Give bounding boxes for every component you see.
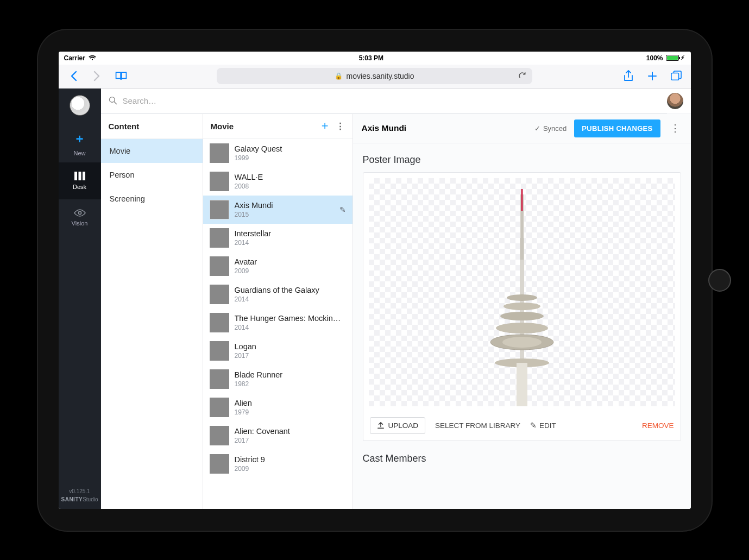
remove-image-button[interactable]: REMOVE [642,421,674,430]
movie-thumb [210,369,229,389]
reload-button[interactable] [518,72,527,80]
device-home-button[interactable] [708,269,731,292]
movie-list-item[interactable]: Guardians of the Galaxy2014 [203,280,353,309]
pencil-icon: ✎ [339,205,346,214]
search-input[interactable] [123,96,659,105]
movie-list-item[interactable]: Blade Runner1982 [203,365,353,393]
movie-year: 2014 [235,239,346,247]
svg-point-12 [502,337,542,348]
brand-rest: Studio [83,496,98,502]
movie-list-item[interactable]: Galaxy Quest1999 [203,139,353,167]
movie-list-item[interactable]: Interstellar2014 [203,224,353,252]
side-rail: + New Desk Vision v0.125.1 [59,89,101,509]
poster-section-title: Poster Image [363,154,681,166]
forward-button[interactable] [88,67,106,85]
user-avatar[interactable] [667,93,683,109]
movie-list-item[interactable]: Alien: Covenant2017 [203,421,353,450]
movie-year: 2009 [235,465,346,473]
movie-list-item[interactable]: Alien1979 [203,393,353,421]
rail-footer: v0.125.1 SANITYStudio [61,487,98,509]
search-icon [109,96,117,105]
movie-thumb [210,200,229,219]
svg-point-9 [500,312,544,320]
select-from-library-button[interactable]: SELECT FROM LIBRARY [435,421,520,430]
movie-thumb [210,256,229,276]
share-button[interactable] [619,67,638,85]
eye-icon [74,209,86,217]
svg-point-8 [503,303,540,310]
check-icon: ✓ [534,124,540,133]
svg-rect-2 [78,172,81,180]
publish-button[interactable]: PUBLISH CHANGES [574,119,660,137]
rail-label: Desk [73,184,86,190]
wifi-icon [89,55,96,61]
movie-thumb [210,285,229,304]
rail-desk[interactable]: Desk [59,162,101,199]
movie-list-item[interactable]: Logan2017 [203,337,353,365]
rail-vision[interactable]: Vision [59,199,101,236]
back-button[interactable] [64,67,83,85]
lock-icon: 🔒 [335,72,343,80]
detail-menu-button[interactable]: ⋮ [668,122,682,134]
carrier-label: Carrier [64,54,85,62]
movie-title: District 9 [235,455,346,464]
movie-year: 1979 [235,408,346,416]
battery-icon: ⚡︎ [666,54,685,61]
movie-list-item[interactable]: The Hunger Games: Mockin…2014 [203,309,353,337]
rail-new[interactable]: + New [59,125,101,162]
column-title: Movie [211,122,234,131]
movie-year: 2017 [235,437,346,444]
content-type-item[interactable]: Movie [101,139,203,163]
cast-section-title: Cast Members [363,453,681,464]
detail-title: Axis Mundi [362,123,527,133]
content-types-column: Content MoviePersonScreening [101,114,203,509]
upload-label: UPLOAD [388,421,419,430]
sync-status: ✓ Synced [534,124,567,133]
movie-thumb [210,341,229,361]
svg-point-5 [109,97,115,103]
movie-thumb [210,426,229,445]
movie-year: 2017 [235,352,346,360]
movie-year: 1982 [235,380,346,388]
app-logo[interactable] [70,95,90,116]
movies-menu-button[interactable]: ⋮ [336,121,345,131]
new-tab-button[interactable] [643,67,662,85]
tabs-button[interactable] [667,67,685,85]
bookmarks-button[interactable] [112,67,130,85]
movie-thumb [210,228,229,248]
svg-rect-0 [671,73,678,80]
battery-percent: 100% [646,54,663,62]
movie-year: 2009 [235,267,346,275]
movie-title: Avatar [235,257,346,266]
clock: 5:03 PM [359,54,383,62]
movie-list-item[interactable]: District 92009 [203,450,353,478]
rail-label: Vision [72,220,88,226]
svg-rect-3 [83,172,85,180]
movie-list-item[interactable]: WALL·E2008 [203,167,353,196]
svg-rect-14 [517,363,527,406]
svg-point-10 [496,323,548,334]
movie-list-item[interactable]: Avatar2009 [203,252,353,280]
address-bar[interactable]: 🔒 movies.sanity.studio [217,68,532,84]
svg-point-4 [78,211,81,214]
column-title: Content [109,122,140,131]
movie-title: WALL·E [235,173,346,181]
content-type-item[interactable]: Screening [101,187,203,211]
movie-title: The Hunger Games: Mockin… [235,314,346,323]
movie-thumb [210,143,229,163]
detail-column: Axis Mundi ✓ Synced PUBLISH CHANGES ⋮ Po… [353,114,691,509]
movie-year: 2014 [235,295,346,303]
movie-title: Blade Runner [235,370,346,379]
movie-thumb [210,454,229,474]
version-label: v0.125.1 [61,487,98,495]
movie-title: Alien [235,399,346,407]
ios-status-bar: Carrier 5:03 PM 100% ⚡︎ [59,52,691,65]
edit-image-button[interactable]: ✎EDIT [530,421,556,430]
add-movie-button[interactable]: + [322,120,329,132]
upload-button[interactable]: UPLOAD [370,417,426,434]
pencil-icon: ✎ [530,421,537,430]
plus-icon: + [75,131,83,147]
movie-list-item[interactable]: Axis Mundi2015✎ [203,196,353,224]
content-type-item[interactable]: Person [101,163,203,187]
movie-year: 2014 [235,324,346,331]
